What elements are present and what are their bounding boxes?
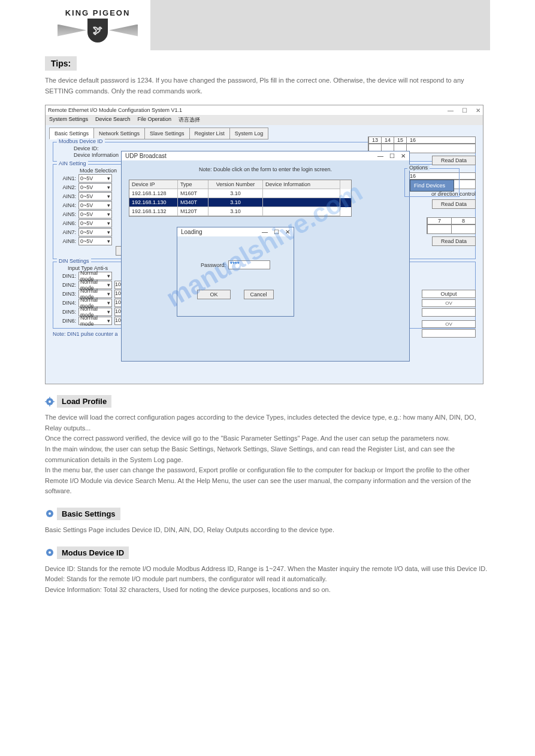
logo: KING PIGEON 🕊 [45,0,150,50]
ain5-select[interactable]: 0~5V▾ [78,210,112,218]
menu-lang[interactable]: 语言选择 [179,116,200,124]
close-icon[interactable]: ✕ [401,153,406,159]
tab-register[interactable]: Register List [189,127,230,139]
udp-note: Note: Double click on the form to enter … [122,166,409,172]
modbus-id-label: Modus Device ID [57,546,129,559]
gear-icon [45,397,55,406]
minimize-icon[interactable]: — [262,229,268,235]
read-data-button-1[interactable]: Read Data [432,156,476,165]
password-input[interactable]: **** [228,260,270,269]
window-title: Remote Ethernet I/O Module Configuration… [48,107,182,113]
chevron-down-icon: ▾ [107,175,110,181]
menu-system[interactable]: System Settings [49,116,88,124]
tips-label: Tips: [45,56,77,71]
ain7-select[interactable]: 0~5V▾ [78,228,112,236]
tips-text: The device default password is 1234. If … [45,75,490,96]
ain6-select[interactable]: 0~5V▾ [78,219,112,227]
find-devices-button[interactable]: Find Devices [410,180,454,192]
menu-file[interactable]: File Operation [138,116,172,124]
udp-title: UDP Broadcast [125,153,167,159]
ain1-select[interactable]: 0~5V▾ [78,174,112,183]
gear-icon [45,509,55,518]
app-window: Remote Ethernet I/O Module Configuration… [45,105,483,384]
output-header: Output [422,290,476,298]
shield-icon: 🕊 [87,19,108,42]
tab-network[interactable]: Network Settings [93,127,145,139]
modbus-group: Modbus Device ID [57,138,105,144]
ain8-select[interactable]: 0~5V▾ [78,237,112,245]
maximize-icon[interactable]: ☐ [462,107,467,114]
svg-point-9 [49,551,51,554]
maximize-icon[interactable]: ☐ [389,153,395,159]
ain4-select[interactable]: 0~5V▾ [78,201,112,210]
ain3-select[interactable]: 0~5V▾ [78,192,112,201]
ain-group: AIN Setting [57,160,88,166]
read-data-button-3[interactable]: Read Data [432,236,476,246]
tab-basic[interactable]: Basic Settings [49,127,94,139]
loading-title: Loading [181,229,202,235]
device-row[interactable]: 192.168.1.128M160T3.10 [129,189,351,198]
svg-rect-4 [45,401,47,402]
din-group: DIN Settings [57,258,91,264]
close-icon[interactable]: ✕ [285,229,290,235]
minimize-icon[interactable]: — [448,107,454,114]
svg-point-1 [49,400,51,403]
svg-rect-3 [49,405,50,406]
loading-dialog: Loading — ☐ ✕ Password: **** OK Cancel [177,227,294,317]
tab-slave[interactable]: Slave Settings [144,127,190,139]
ain2-select[interactable]: 0~5V▾ [78,183,112,192]
read-data-button-2[interactable]: Read Data [432,199,476,209]
svg-point-7 [49,512,51,515]
minimize-icon[interactable]: — [377,153,383,159]
password-label: Password: [201,262,226,268]
device-row-selected[interactable]: 192.168.1.130M340T3.10 [129,198,351,207]
ok-button[interactable]: OK [197,290,230,299]
load-profile-text: The device will load the correct configu… [45,412,490,497]
basic-settings-label: Basic Settings [57,508,120,520]
device-row[interactable]: 192.168.1.132M120T3.10 [129,207,351,216]
svg-rect-5 [53,401,55,402]
maximize-icon[interactable]: ☐ [274,229,279,235]
cancel-button[interactable]: Cancel [244,290,274,299]
svg-rect-2 [49,397,50,399]
din6-select[interactable]: Normal mode▾ [78,317,112,325]
menu-search[interactable]: Device Search [95,116,131,124]
load-profile-label: Load Profile [57,395,111,408]
modbus-id-text: Device ID: Stands for the remote I/O mod… [45,564,490,596]
close-icon[interactable]: ✕ [476,107,480,114]
basic-settings-text: Basic Settings Page includes Device ID, … [45,525,490,536]
gear-icon [45,548,55,557]
tab-syslog[interactable]: System Log [229,127,269,139]
